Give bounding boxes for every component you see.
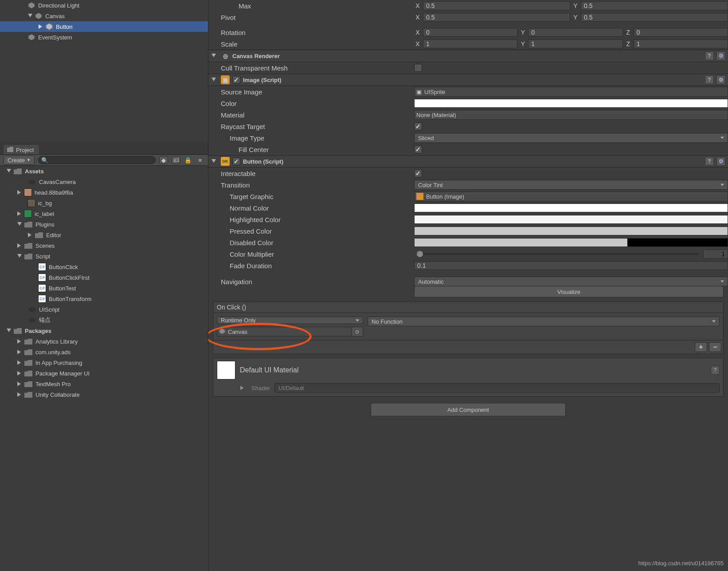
project-item-ads[interactable]: com.unity.ads <box>0 347 208 357</box>
rot-y-input[interactable] <box>528 28 622 37</box>
hierarchy-item-light[interactable]: Directional Light <box>0 0 208 11</box>
project-item-icbg[interactable]: ic_bg <box>0 198 208 208</box>
foldout-icon[interactable] <box>240 385 245 391</box>
onclick-mode-dropdown[interactable]: Runtime Only <box>217 317 363 324</box>
object-picker-button[interactable]: ⊙ <box>352 327 363 336</box>
project-item-uiscript[interactable]: UIScript <box>0 304 208 315</box>
create-button[interactable]: Create ▼ <box>4 156 35 165</box>
foldout-icon[interactable] <box>211 53 216 59</box>
hierarchy-item-button[interactable]: Button <box>0 21 208 32</box>
project-item-buttonclick[interactable]: C#ButtonClick <box>0 262 208 272</box>
foldout-icon[interactable] <box>17 211 22 216</box>
foldout-icon[interactable] <box>17 349 22 355</box>
project-item-buttontransform[interactable]: C#ButtonTransform <box>0 293 208 304</box>
rot-z-input[interactable] <box>634 28 728 37</box>
scale-z-input[interactable] <box>634 39 728 48</box>
project-tab[interactable]: Project <box>4 145 39 154</box>
button-enabled-checkbox[interactable] <box>232 157 240 165</box>
gear-icon[interactable]: ⚙ <box>716 75 725 84</box>
project-item-tmp[interactable]: TextMesh Pro <box>0 379 208 389</box>
help-button[interactable]: ? <box>705 51 714 60</box>
context-menu-button[interactable]: ≡ <box>196 157 204 164</box>
visualize-button[interactable]: Visualize <box>414 286 724 297</box>
project-item-iclabel[interactable]: ic_label <box>0 208 208 219</box>
image-type-dropdown[interactable]: Sliced <box>414 133 728 143</box>
project-item-analytics[interactable]: Analytics Library <box>0 336 208 347</box>
help-button[interactable]: ? <box>705 75 714 84</box>
shader-dropdown[interactable]: UI/Default <box>274 383 720 393</box>
pivot-y-input[interactable] <box>581 13 728 22</box>
project-item-buttonclickfirst[interactable]: C#ButtonClickFIrst <box>0 272 208 283</box>
foldout-icon[interactable] <box>211 159 216 164</box>
source-image-field[interactable]: ▣UISprite <box>414 87 728 97</box>
foldout-icon[interactable] <box>17 190 22 195</box>
filter-by-type-button[interactable]: ◆ <box>159 156 168 164</box>
project-item-pkgmgr[interactable]: Package Manager UI <box>0 368 208 379</box>
scale-x-input[interactable] <box>423 39 517 48</box>
project-item-iap[interactable]: In App Purchasing <box>0 357 208 368</box>
highlighted-color-field[interactable] <box>414 215 728 224</box>
hierarchy-item-canvas[interactable]: Canvas <box>0 11 208 21</box>
image-enabled-checkbox[interactable] <box>232 76 240 84</box>
foldout-icon[interactable] <box>17 381 22 387</box>
multiplier-slider[interactable] <box>418 253 698 255</box>
remove-event-button[interactable]: − <box>709 342 721 352</box>
project-search[interactable]: 🔍 <box>38 156 156 164</box>
scale-y-input[interactable] <box>528 39 622 48</box>
pivot-x-input[interactable] <box>423 13 570 22</box>
transition-dropdown[interactable]: Color Tint <box>414 180 728 190</box>
help-button[interactable]: ? <box>711 366 720 375</box>
project-item-script[interactable]: Script <box>0 251 208 262</box>
add-component-button[interactable]: Add Component <box>371 403 566 416</box>
fill-checkbox[interactable] <box>414 145 422 153</box>
navigation-dropdown[interactable]: Automatic <box>414 277 728 286</box>
pressed-color-field[interactable] <box>414 227 728 235</box>
hierarchy-item-eventsystem[interactable]: EventSystem <box>0 32 208 43</box>
canvas-renderer-header[interactable]: ◎ Canvas Renderer ? ⚙ <box>208 50 728 62</box>
project-item-anchor[interactable]: 锚点 <box>0 315 208 325</box>
assets-folder[interactable]: Assets <box>0 166 208 176</box>
normal-color-field[interactable] <box>414 203 728 212</box>
color-field[interactable] <box>414 99 728 108</box>
multiplier-value-input[interactable] <box>703 250 728 258</box>
target-graphic-field[interactable]: Button (Image) <box>414 192 728 201</box>
button-header[interactable]: OK Button (Script) ? ⚙ <box>208 155 728 168</box>
cull-checkbox[interactable] <box>414 64 422 72</box>
max-y-input[interactable] <box>581 1 728 10</box>
foldout-icon[interactable] <box>17 360 22 365</box>
help-button[interactable]: ? <box>705 157 714 166</box>
lock-icon[interactable]: 🔒 <box>184 156 192 164</box>
project-item-scenes[interactable]: Scenes <box>0 240 208 251</box>
foldout-icon[interactable] <box>211 77 216 82</box>
onclick-target-field[interactable]: Canvas <box>217 327 352 336</box>
foldout-icon[interactable] <box>17 222 22 227</box>
max-x-input[interactable] <box>423 1 570 10</box>
filter-by-label-button[interactable]: 🏷 <box>172 156 180 164</box>
gear-icon[interactable]: ⚙ <box>716 157 725 166</box>
foldout-icon[interactable] <box>6 328 12 333</box>
onclick-function-dropdown[interactable]: No Function <box>368 317 720 326</box>
foldout-icon[interactable] <box>27 13 33 19</box>
interactable-checkbox[interactable] <box>414 169 422 177</box>
project-item-editor[interactable]: Editor <box>0 230 208 240</box>
foldout-icon[interactable] <box>17 243 22 248</box>
foldout-icon[interactable] <box>6 168 12 174</box>
project-item-cavascamera[interactable]: CavasCamera <box>0 176 208 187</box>
rot-x-input[interactable] <box>423 28 517 37</box>
project-item-plugins[interactable]: Plugins <box>0 219 208 230</box>
foldout-icon[interactable] <box>17 339 22 344</box>
fade-input[interactable] <box>414 261 728 270</box>
project-item-collab[interactable]: Unity Collaborate <box>0 389 208 400</box>
project-item-head[interactable]: head.88ba9f6a <box>0 187 208 198</box>
add-event-button[interactable]: + <box>695 342 707 352</box>
packages-folder[interactable]: Packages <box>0 325 208 336</box>
raycast-checkbox[interactable] <box>414 122 422 130</box>
foldout-icon[interactable] <box>17 371 22 376</box>
image-header[interactable]: ▣ Image (Script) ? ⚙ <box>208 74 728 86</box>
foldout-icon[interactable] <box>17 254 22 259</box>
foldout-icon[interactable] <box>17 392 22 397</box>
project-item-buttontest[interactable]: C#ButtonTest <box>0 283 208 293</box>
foldout-icon[interactable] <box>38 24 43 29</box>
gear-icon[interactable]: ⚙ <box>716 51 725 60</box>
disabled-color-field[interactable] <box>414 238 728 247</box>
